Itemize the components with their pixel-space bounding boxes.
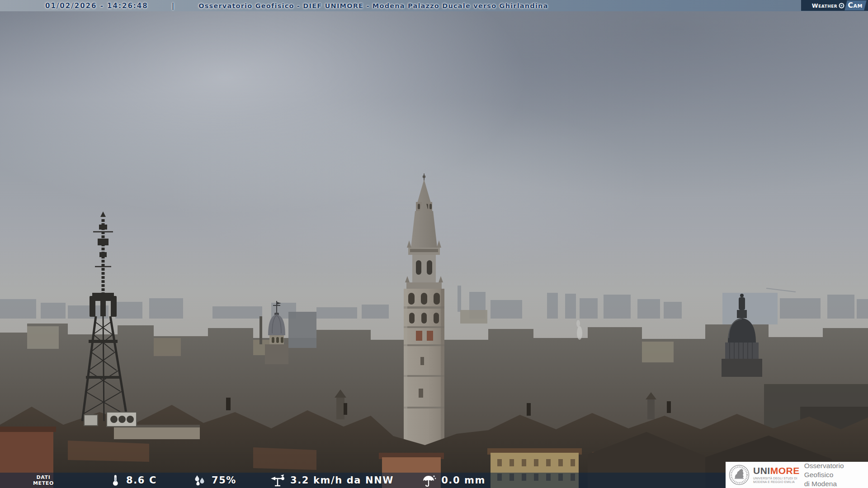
unimore-wordmark: UNIMORE UNIVERSITÀ DEGLI STUDI DI MODENA… [753, 466, 800, 484]
unimore-uni-text: UNI [753, 465, 770, 476]
temperature-metric: 8.6 C [109, 474, 157, 487]
timestamp: 01/02/2026 - 14:26:48 [45, 2, 148, 10]
precipitation-metric: 0.0 mm [422, 474, 486, 487]
humidity-value: 75% [212, 475, 236, 486]
weathercam-cam-label: Cam [846, 0, 865, 10]
meteo-label-line1: DATI [30, 474, 57, 480]
temperature-value: 8.6 C [126, 475, 157, 486]
university-name: UNIVERSITÀ DEGLI STUDI DI MODENA E REGGI… [753, 477, 800, 484]
osd-top-bar: 01/02/2026 - 14:26:48 | Osservatorio Geo… [0, 0, 868, 11]
rain-umbrella-icon [422, 474, 436, 487]
wind-vane-icon [270, 474, 285, 487]
weathercam-weather-label: Weather [812, 2, 837, 9]
separator: | [172, 2, 175, 10]
meteo-bar-label: DATI METEO [30, 474, 57, 486]
observatory-name: Osservatorio Geofisico di Modena [804, 461, 868, 488]
webcam-title: Osservatorio Geofisico - DIEF UNIMORE - … [198, 2, 548, 9]
unimore-brand-box: UNIMORE UNIVERSITÀ DEGLI STUDI DI MODENA… [726, 462, 868, 488]
humidity-metric: 75% [193, 474, 236, 487]
webcam-frame: 01/02/2026 - 14:26:48 | Osservatorio Geo… [0, 0, 868, 488]
webcam-scene [0, 0, 868, 488]
unimore-seal-icon [729, 465, 750, 485]
camera-lens-icon [839, 3, 844, 9]
wind-value: 3.2 km/h da NNW [290, 475, 394, 486]
meteo-label-line2: METEO [30, 480, 57, 486]
unimore-more-text: MORE [770, 465, 800, 476]
precipitation-value: 0.0 mm [441, 475, 486, 486]
weathercam-watermark: Weather Cam [801, 0, 868, 11]
thermometer-icon [109, 474, 121, 487]
humidity-icon [193, 474, 207, 487]
wind-metric: 3.2 km/h da NNW [270, 474, 394, 487]
